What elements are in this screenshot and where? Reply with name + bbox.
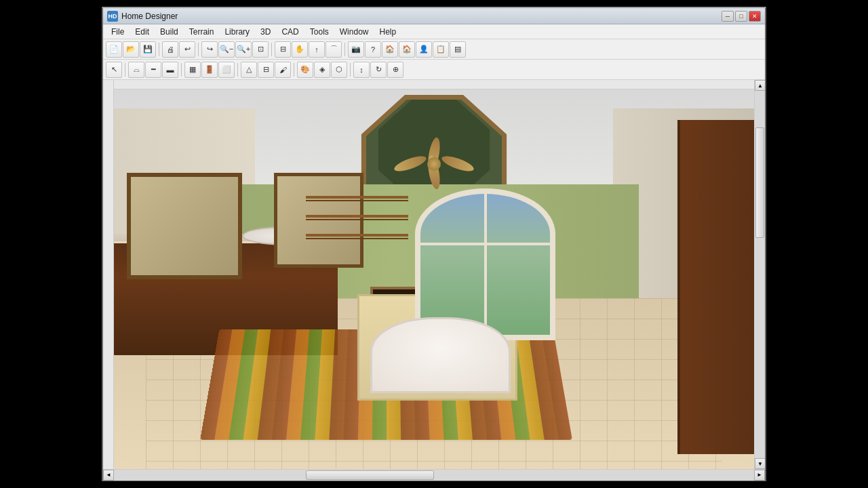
viewport[interactable] xyxy=(114,89,754,469)
toolbar1-separator-9 xyxy=(271,43,272,56)
toolbar2-btn-select[interactable]: ↖ xyxy=(106,62,122,78)
toolbar1-btn-open[interactable]: 📂 xyxy=(123,41,139,58)
bathtub xyxy=(370,317,511,393)
scroll-right-button[interactable]: ► xyxy=(754,470,765,481)
toolbar-1: 📄📂💾🖨↩↪🔍−🔍+⊡⊟✋↑⌒📷?🏠🏠👤📋▤ xyxy=(103,39,765,60)
toolbar1-btn-house2[interactable]: 🏠 xyxy=(399,41,415,58)
top-ruler xyxy=(114,80,754,89)
toolbar2-separator-1 xyxy=(125,63,125,77)
toolbar2-btn-room-tool[interactable]: ▦ xyxy=(184,62,201,78)
minimize-button[interactable]: ─ xyxy=(722,11,734,22)
toolbar2-btn-roof-tool[interactable]: △ xyxy=(241,62,257,78)
toolbar2-btn-stair-tool[interactable]: ⊟ xyxy=(258,62,274,78)
toolbar1-btn-save[interactable]: 💾 xyxy=(140,41,156,58)
toolbar1-btn-redo[interactable]: ↪ xyxy=(201,41,218,58)
toolbar1-separator-3 xyxy=(159,43,159,56)
toolbar1-btn-pointer[interactable]: ↑ xyxy=(309,41,325,58)
toolbar1-btn-zoom-out[interactable]: 🔍− xyxy=(218,41,235,58)
toolbar2-btn-wall-tool[interactable]: ▬ xyxy=(162,62,178,78)
close-button[interactable]: ✕ xyxy=(749,11,761,22)
toolbar1-btn-person[interactable]: 👤 xyxy=(416,41,432,58)
scroll-thumb-vertical[interactable] xyxy=(755,127,764,238)
menu-item-cad[interactable]: CAD xyxy=(276,26,304,38)
left-ruler xyxy=(103,80,114,469)
menu-item-3d[interactable]: 3D xyxy=(255,26,276,38)
mirror-left xyxy=(127,173,242,279)
toolbar1-btn-zoom-window[interactable]: ⊟ xyxy=(275,41,291,58)
toolbar1-btn-undo[interactable]: ↩ xyxy=(179,41,195,58)
toolbar2-btn-object-tool[interactable]: ⬡ xyxy=(331,62,347,78)
toolbar1-btn-zoom-extent[interactable]: ⊡ xyxy=(252,41,269,58)
toolbar2-btn-target-tool[interactable]: ⊕ xyxy=(387,62,403,78)
title-bar: HD Home Designer ─ □ ✕ xyxy=(103,8,765,24)
toolbar-2: ↖⌓━▬▦🚪⬜△⊟🖌🎨◈⬡↕↻⊕ xyxy=(103,60,765,80)
toolbar1-btn-house1[interactable]: 🏠 xyxy=(382,41,398,58)
title-text: Home Designer xyxy=(121,12,178,21)
toolbar2-btn-line-tool[interactable]: ━ xyxy=(145,62,161,78)
canvas-area xyxy=(114,80,754,469)
toolbar2-separator-4 xyxy=(181,63,182,77)
toolbar1-btn-copy-paste[interactable]: 📋 xyxy=(433,41,449,58)
scroll-down-button[interactable]: ▼ xyxy=(755,458,765,469)
toolbar1-btn-zoom-in[interactable]: 🔍+ xyxy=(235,41,252,58)
menu-bar: FileEditBuildTerrainLibrary3DCADToolsWin… xyxy=(103,24,765,39)
app-icon: HD xyxy=(107,11,118,22)
scroll-track-vertical[interactable] xyxy=(755,91,765,458)
fan-center xyxy=(427,157,441,171)
menu-item-build[interactable]: Build xyxy=(155,26,184,38)
bottom-scrollbar: ◄ ► xyxy=(103,469,765,480)
toolbar2-separator-7 xyxy=(237,63,238,77)
toolbar2-btn-door-tool[interactable]: 🚪 xyxy=(201,62,218,78)
menu-item-window[interactable]: Window xyxy=(334,26,374,38)
toolbar1-separator-5 xyxy=(198,43,199,56)
menu-item-file[interactable]: File xyxy=(106,26,130,38)
right-scrollbar: ▲ ▼ xyxy=(754,80,765,469)
toolbar2-separator-13 xyxy=(350,63,351,77)
toolbar2-btn-move-tool[interactable]: ↕ xyxy=(353,62,370,78)
ceiling-fan xyxy=(393,144,475,184)
scroll-up-button[interactable]: ▲ xyxy=(755,80,765,91)
toolbar1-btn-new[interactable]: 📄 xyxy=(106,41,122,58)
toolbar1-btn-camera[interactable]: 📷 xyxy=(348,41,364,58)
title-left: HD Home Designer xyxy=(107,11,178,22)
menu-item-edit[interactable]: Edit xyxy=(130,26,155,38)
toolbar2-btn-rotate-tool[interactable]: ↻ xyxy=(370,62,387,78)
room-render xyxy=(114,89,754,469)
toolbar2-btn-material-tool[interactable]: ◈ xyxy=(314,62,330,78)
title-buttons: ─ □ ✕ xyxy=(722,11,761,22)
menu-item-library[interactable]: Library xyxy=(219,26,255,38)
scroll-track-horizontal[interactable] xyxy=(114,470,754,481)
shelf-unit xyxy=(306,196,408,253)
toolbar1-btn-print[interactable]: 🖨 xyxy=(162,41,178,58)
toolbar2-btn-window-tool[interactable]: ⬜ xyxy=(218,62,235,78)
right-cabinet xyxy=(677,120,754,454)
toolbar1-separator-13 xyxy=(344,43,345,56)
toolbar2-separator-10 xyxy=(294,63,294,77)
toolbar1-btn-help-btn[interactable]: ? xyxy=(365,41,381,58)
toolbar1-btn-layers[interactable]: ▤ xyxy=(450,41,466,58)
menu-item-help[interactable]: Help xyxy=(374,26,401,38)
scroll-thumb-horizontal[interactable] xyxy=(306,470,434,480)
toolbar2-btn-arc-tool[interactable]: ⌓ xyxy=(128,62,144,78)
toolbar1-btn-arc-up[interactable]: ⌒ xyxy=(326,41,342,58)
toolbar2-btn-paint-tool[interactable]: 🖌 xyxy=(275,62,291,78)
menu-item-terrain[interactable]: Terrain xyxy=(184,26,220,38)
maximize-button[interactable]: □ xyxy=(735,11,747,22)
scroll-left-button[interactable]: ◄ xyxy=(103,470,114,481)
toolbar1-btn-pan[interactable]: ✋ xyxy=(292,41,308,58)
toolbar2-btn-color-tool[interactable]: 🎨 xyxy=(297,62,313,78)
menu-item-tools[interactable]: Tools xyxy=(304,26,334,38)
main-area: ▲ ▼ xyxy=(103,80,765,469)
